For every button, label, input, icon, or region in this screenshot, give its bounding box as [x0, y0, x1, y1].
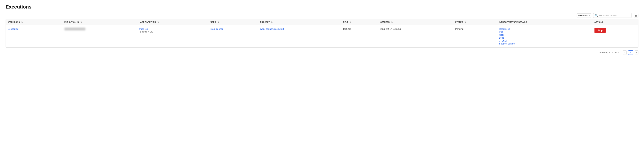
search-icon: 🔍: [595, 14, 598, 17]
entries-label: 50 entries: [578, 14, 588, 17]
cell-infra-details: ResourcesPodNodeLogs↓ (CSV)Support Bundl…: [497, 25, 592, 48]
cell-project: ryan_connor/quick-start: [258, 25, 340, 48]
col-header-user[interactable]: USER ⇅: [208, 19, 258, 25]
col-header-workload[interactable]: WORKLOAD ⇅: [6, 19, 62, 25]
cell-user: ryan_connor: [208, 25, 258, 48]
cell-workload: Scheduled: [6, 25, 62, 48]
cell-actions: Stop: [592, 25, 638, 48]
cell-status: Pending: [453, 25, 497, 48]
chevron-right-icon: ›: [636, 51, 637, 54]
infra-link[interactable]: Node: [499, 34, 590, 36]
workload-link[interactable]: Scheduled: [8, 28, 18, 30]
col-header-hardware-tier[interactable]: HARDWARE TIER ⇅: [137, 19, 208, 25]
col-header-execution-id[interactable]: EXECUTION ID ⇅: [62, 19, 137, 25]
sort-icon-workload: ⇅: [21, 21, 22, 23]
hardware-tier-link[interactable]: small-k8s: [139, 28, 148, 30]
sort-icon-status: ⇅: [464, 21, 466, 23]
pagination-summary: Showing 1 - 1 out of 1: [600, 51, 622, 54]
col-header-started[interactable]: STARTED ⇅: [378, 19, 453, 25]
stop-button[interactable]: Stop: [594, 28, 606, 33]
executions-table: WORKLOAD ⇅ EXECUTION ID ⇅ HARDWARE TIER …: [6, 19, 638, 48]
infra-link[interactable]: Logs: [499, 36, 590, 39]
user-link[interactable]: ryan_connor: [210, 28, 223, 30]
infra-link[interactable]: ↓ (CSV): [499, 40, 590, 42]
pagination-page-number[interactable]: 1: [628, 50, 633, 55]
cell-execution-id: xxxxxxxxxxxxxxxx: [62, 25, 137, 48]
infra-link[interactable]: Support Bundle: [499, 42, 590, 45]
hardware-tier-spec: : 1 cores, 4 GiB: [139, 30, 206, 33]
cell-title: Test Job: [341, 25, 378, 48]
infra-link[interactable]: Pod: [499, 30, 590, 33]
sort-icon-user: ⇅: [218, 21, 219, 23]
table-row: Scheduledxxxxxxxxxxxxxxxxsmall-k8s: 1 co…: [6, 25, 638, 48]
column-settings-button[interactable]: ▦: [634, 13, 638, 18]
page-title: Executions: [6, 4, 638, 10]
sort-icon-hardware-tier: ⇅: [157, 21, 159, 23]
col-header-status[interactable]: STATUS ⇅: [453, 19, 497, 25]
sort-icon-project: ⇅: [271, 21, 272, 23]
cell-hardware-tier: small-k8s: 1 cores, 4 GiB: [137, 25, 208, 48]
cell-started: 2022-10-17 16:00:02: [378, 25, 453, 48]
pagination-next-button[interactable]: ›: [634, 50, 638, 55]
col-header-project[interactable]: PROJECT ⇅: [258, 19, 340, 25]
toolbar: 50 entries ▾ 🔍 ▦: [6, 13, 638, 18]
execution-id-value: xxxxxxxxxxxxxxxx: [64, 28, 85, 30]
sort-icon-started: ⇅: [391, 21, 392, 23]
columns-icon: ▦: [635, 14, 637, 17]
chevron-down-icon: ▾: [589, 14, 590, 16]
pagination-prev-button[interactable]: ‹: [623, 50, 626, 55]
pagination-row: Showing 1 - 1 out of 1 ‹ 1 ›: [6, 50, 638, 55]
table-header-row: WORKLOAD ⇅ EXECUTION ID ⇅ HARDWARE TIER …: [6, 19, 638, 25]
search-box: 🔍: [593, 13, 632, 18]
page-container: Executions 50 entries ▾ 🔍 ▦ WORKLOAD ⇅: [0, 0, 644, 59]
entries-selector[interactable]: 50 entries ▾: [576, 14, 591, 18]
project-link[interactable]: ryan_connor/quick-start: [260, 28, 284, 30]
search-input[interactable]: [599, 14, 630, 17]
col-header-infra-details: INFRASTRUCTURE DETAILS: [497, 19, 592, 25]
sort-icon-execution-id: ⇅: [80, 21, 82, 23]
chevron-left-icon: ‹: [624, 51, 625, 54]
infra-link[interactable]: Resources: [499, 28, 590, 30]
col-header-actions: ACTIONS: [592, 19, 638, 25]
sort-icon-title: ⇅: [350, 21, 351, 23]
col-header-title[interactable]: TITLE ⇅: [341, 19, 378, 25]
